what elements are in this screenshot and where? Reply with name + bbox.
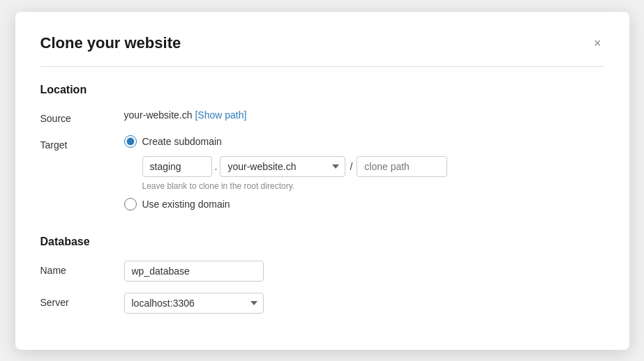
- source-value: your-website.ch [Show path]: [124, 105, 247, 121]
- create-subdomain-radio[interactable]: [124, 135, 137, 148]
- show-path-link[interactable]: [Show path]: [195, 109, 246, 121]
- location-section: Location Source your-website.ch [Show pa…: [40, 84, 604, 219]
- use-existing-label: Use existing domain: [142, 199, 230, 210]
- source-label: Source: [40, 109, 124, 124]
- target-label: Target: [40, 135, 124, 151]
- slash-separator: /: [350, 161, 352, 172]
- header-divider: [40, 66, 604, 67]
- use-existing-option: Use existing domain: [124, 198, 604, 210]
- modal-dialog: Clone your website × Location Source you…: [15, 12, 629, 350]
- target-content: Create subdomain . your-website.ch / Lea…: [124, 135, 604, 219]
- target-row: Target Create subdomain . your-website.c…: [40, 135, 604, 219]
- source-content: your-website.ch [Show path]: [124, 109, 604, 121]
- dot-separator: .: [215, 161, 218, 172]
- modal-title: Clone your website: [40, 34, 181, 52]
- modal-overlay: Clone your website × Location Source you…: [0, 0, 644, 361]
- db-name-row: Name: [40, 261, 604, 282]
- create-subdomain-label: Create subdomain: [142, 136, 222, 147]
- db-server-content: localhost:3306: [124, 293, 604, 314]
- close-button[interactable]: ×: [591, 34, 604, 52]
- source-row: Source your-website.ch [Show path]: [40, 109, 604, 124]
- use-existing-radio[interactable]: [124, 198, 137, 210]
- domain-select[interactable]: your-website.ch: [220, 156, 345, 177]
- clone-path-hint: Leave blank to clone in the root directo…: [142, 181, 604, 191]
- modal-header: Clone your website ×: [40, 34, 604, 52]
- database-section-title: Database: [40, 236, 604, 248]
- subdomain-input[interactable]: [142, 156, 212, 177]
- create-subdomain-option: Create subdomain: [124, 135, 604, 148]
- clone-path-input[interactable]: [357, 156, 447, 177]
- source-domain: your-website.ch: [124, 109, 193, 121]
- location-section-title: Location: [40, 84, 604, 96]
- database-section: Database Name Server localhost:3306: [40, 236, 604, 314]
- db-name-label: Name: [40, 261, 124, 276]
- subdomain-inputs: . your-website.ch /: [142, 156, 604, 177]
- server-select[interactable]: localhost:3306: [124, 293, 264, 314]
- db-name-content: [124, 261, 604, 282]
- db-name-input[interactable]: [124, 261, 264, 282]
- db-server-row: Server localhost:3306: [40, 293, 604, 314]
- db-server-label: Server: [40, 293, 124, 308]
